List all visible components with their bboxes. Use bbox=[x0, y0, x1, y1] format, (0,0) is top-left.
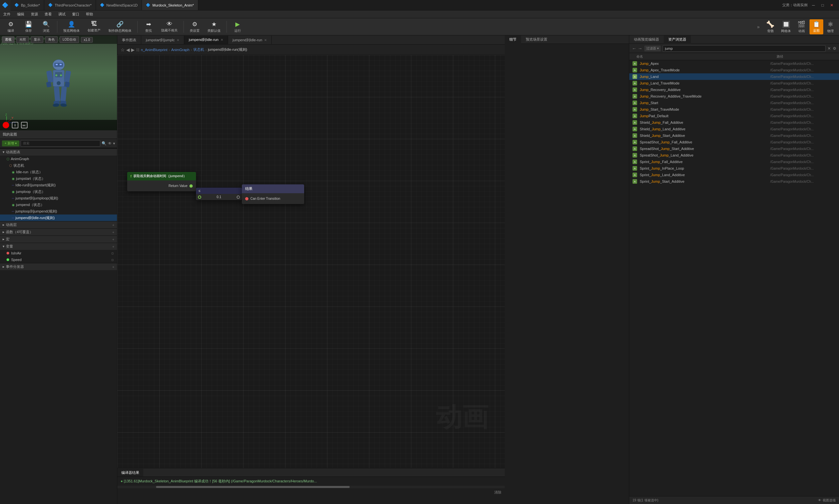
nav-forward-icon[interactable]: ▶ bbox=[131, 47, 135, 52]
anim-preview-editor-tab[interactable]: 动画预览编辑器 bbox=[629, 35, 664, 44]
title-tab-0[interactable]: 🔷 Bp_Soldier* bbox=[11, 0, 44, 10]
tree-idle-run[interactable]: ◉ Idle-run（状态） bbox=[0, 169, 117, 175]
asset-item-6[interactable]: A Jump_Start /Game/ParagonMurdock/Ch... bbox=[629, 100, 839, 106]
filter-button[interactable]: 过滤器 ▾ bbox=[644, 46, 661, 51]
asset-item-16[interactable]: A Sprint_Jump_InPlace_Loop /Game/Paragon… bbox=[629, 165, 839, 172]
add-new-button[interactable]: + 新增 ▾ bbox=[2, 141, 19, 146]
event-dispatchers-section[interactable]: ▸ 事件分发器 + bbox=[0, 263, 117, 270]
asset-item-0[interactable]: A Jump_Apex /Game/ParagonMurdock/Ch... bbox=[629, 60, 839, 67]
add-variable-button[interactable]: + bbox=[112, 245, 115, 249]
jumpstart-tab[interactable]: jumpstart到jumplc ✕ bbox=[141, 36, 184, 44]
breadcrumb-anim[interactable]: n_AnimBlueprint bbox=[141, 48, 168, 52]
pause-button[interactable]: ⏸ bbox=[12, 122, 18, 128]
asset-item-1[interactable]: A Jump_Apex_TravelMode /Game/ParagonMurd… bbox=[629, 67, 839, 73]
more-icon[interactable]: ▾ bbox=[113, 141, 115, 146]
asset-item-5[interactable]: A Jump_Recovery_Additive_TravelMode /Gam… bbox=[629, 93, 839, 100]
favorite-icon[interactable]: ☆ bbox=[121, 47, 125, 52]
asset-item-7[interactable]: A Jump_Start_TravelMode /Game/ParagonMur… bbox=[629, 106, 839, 113]
jumpstart-close-icon[interactable]: ✕ bbox=[177, 38, 179, 42]
tree-anim-graph[interactable]: ⬡ AnimGraph bbox=[0, 156, 117, 162]
asset-item-11[interactable]: A Shield_Jump_Start_Additive /Game/Parag… bbox=[629, 132, 839, 139]
eye-icon[interactable]: 👁 bbox=[108, 141, 112, 146]
compiler-results-tab[interactable]: 编译器结果 bbox=[117, 469, 143, 476]
physics-button[interactable]: ⚛ 物理 bbox=[825, 19, 836, 34]
restore-button[interactable]: □ bbox=[819, 3, 826, 7]
perspective-button[interactable]: 透视 bbox=[2, 36, 14, 43]
jumpend-close-icon[interactable]: ✕ bbox=[221, 38, 223, 41]
breadcrumb-animgraph[interactable]: AnimGraph bbox=[171, 48, 189, 52]
asset-item-17[interactable]: A Sprint_Jump_Land_Additive /Game/Parago… bbox=[629, 172, 839, 178]
tree-loop-to-end[interactable]: ─ jumploop到jumpend(规则) bbox=[0, 208, 117, 215]
add-macro-button[interactable]: + bbox=[112, 237, 115, 241]
menu-view[interactable]: 查看 bbox=[41, 11, 55, 18]
record-button[interactable] bbox=[3, 122, 9, 128]
asset-item-14[interactable]: A SpreatShot_Jump_Land_Additive /Game/Pa… bbox=[629, 152, 839, 159]
search-clear-button[interactable]: ✕ bbox=[827, 46, 831, 51]
animation-button[interactable]: 🎬 动画 bbox=[795, 19, 808, 34]
close-button[interactable]: ✕ bbox=[828, 3, 835, 7]
view-options-button[interactable]: 👁 视图选项 bbox=[818, 498, 836, 503]
jumpend-idle-tab2[interactable]: jumpend到Idle-run ✕ bbox=[228, 36, 272, 44]
tree-jumpstart[interactable]: ◉ jumpstart（状态） bbox=[0, 175, 117, 182]
anim-graph-section[interactable]: ▾ 动画图表 bbox=[0, 148, 117, 156]
variables-section[interactable]: ▾ 变量 + bbox=[0, 243, 117, 250]
menu-help[interactable]: 帮助 bbox=[83, 11, 97, 18]
graph-canvas[interactable]: 动画 f 获取相关剩余动画时间（jumpend） Return Value bbox=[117, 55, 505, 468]
menu-file[interactable]: 文件 bbox=[0, 11, 14, 18]
asset-search-input[interactable] bbox=[663, 45, 825, 52]
event-graph-tab[interactable]: 事件图表 bbox=[117, 36, 141, 44]
asset-item-13[interactable]: A SpreadShot_Jump_Start_Additive /Game/P… bbox=[629, 145, 839, 152]
var-speed[interactable]: Speed ◻ bbox=[0, 256, 117, 263]
nav-back-icon[interactable]: ◀ bbox=[126, 47, 130, 52]
tree-jump-to-loop[interactable]: ─ jumpstart到jumploop(规则) bbox=[0, 195, 117, 201]
minimize-button[interactable]: ─ bbox=[810, 3, 817, 7]
result-node[interactable]: 结果 Can Enter Transition bbox=[242, 184, 304, 204]
compare-node[interactable]: ≤ 0.1 bbox=[196, 188, 242, 200]
lod-button[interactable]: LOD自动 bbox=[60, 36, 79, 43]
step-button[interactable]: ⏭ bbox=[21, 122, 28, 128]
asset-item-8[interactable]: A JumpPad_Default /Game/ParagonMurdock/C… bbox=[629, 113, 839, 119]
lighting-button[interactable]: 光照 bbox=[16, 36, 29, 43]
show-button[interactable]: 显示 bbox=[31, 36, 43, 43]
run-button[interactable]: ▶ 运行 bbox=[229, 19, 246, 34]
search-box[interactable]: 搜索 bbox=[21, 140, 100, 147]
asset-item-9[interactable]: A Shield_Jump_Fall_Additive /Game/Parago… bbox=[629, 119, 839, 126]
asset-item-12[interactable]: A SpreadShot_Jump_Fall_Additive /Game/Pa… bbox=[629, 139, 839, 145]
hide-unrelated-button[interactable]: 👁 隐藏不相关 bbox=[158, 19, 181, 34]
anim-layers-section[interactable]: ▸ 动画层 + bbox=[0, 221, 117, 228]
preview-mesh-button[interactable]: 👤 预览网格体 bbox=[60, 19, 83, 34]
asset-item-10[interactable]: A Shield_Jump_Land_Additive /Game/Parago… bbox=[629, 126, 839, 132]
menu-window[interactable]: 窗口 bbox=[69, 11, 83, 18]
character-button[interactable]: 角色 bbox=[45, 36, 58, 43]
jumpend-close-icon2[interactable]: ✕ bbox=[264, 38, 267, 42]
mesh-button[interactable]: 🔲 网格体 bbox=[779, 19, 793, 34]
tree-jumploop[interactable]: ◉ jumploop（状态） bbox=[0, 188, 117, 195]
class-defaults-button[interactable]: ★ 类默认值 bbox=[204, 19, 224, 34]
add-anim-layer-button[interactable]: + bbox=[112, 223, 115, 227]
class-settings-button[interactable]: ⚙ 类设置 bbox=[187, 19, 203, 34]
menu-edit[interactable]: 编辑 bbox=[14, 11, 28, 18]
add-event-button[interactable]: + bbox=[112, 265, 115, 269]
title-tab-2[interactable]: 🔷 NewBlendSpace1D bbox=[96, 0, 142, 10]
create-asset-button[interactable]: 🏗 创建资产 bbox=[84, 19, 104, 34]
func-node[interactable]: f 获取相关剩余动画时间（jumpend） Return Value bbox=[127, 172, 196, 191]
nav-back-button[interactable]: ← bbox=[632, 46, 636, 51]
browse-button[interactable]: 🔍 浏览 bbox=[38, 19, 54, 34]
tree-state-machine[interactable]: ⬡ 状态机 bbox=[0, 162, 117, 169]
blueprint-button[interactable]: 📋 蓝图 bbox=[809, 19, 823, 34]
find-button[interactable]: ➡ 查找 bbox=[140, 19, 157, 34]
asset-item-15[interactable]: A Sprint_Jump_Fall_Additive /Game/Parago… bbox=[629, 159, 839, 165]
asset-item-3[interactable]: A Jump_Land_TravelMode /Game/ParagonMurd… bbox=[629, 80, 839, 87]
asset-item-18[interactable]: A Sprint_Jump_Start_Additive /Game/Parag… bbox=[629, 178, 839, 185]
tree-idle-to-jump[interactable]: ─ Idle-run到jumpstart(规则) bbox=[0, 182, 117, 188]
var-is-in-air[interactable]: IsInAir ◻ bbox=[0, 250, 117, 256]
details-tab[interactable]: 细节 bbox=[505, 35, 521, 44]
functions-section[interactable]: ▸ 函数（4可覆盖） + bbox=[0, 228, 117, 235]
search-settings-icon[interactable]: ⚙ bbox=[833, 46, 836, 51]
title-tab-3[interactable]: 🔷 Murdock_Skeleton_Anim* bbox=[142, 0, 198, 10]
asset-item-2[interactable]: A Jump_Land /Game/ParagonMurdock/Ch... bbox=[629, 73, 839, 80]
scale-button[interactable]: x1.0 bbox=[81, 37, 93, 42]
save-button[interactable]: 💾 保存 bbox=[20, 19, 37, 34]
jumpend-idle-tab[interactable]: jumpend到Idle-run ✕ bbox=[184, 36, 228, 44]
add-function-button[interactable]: + bbox=[112, 230, 115, 234]
